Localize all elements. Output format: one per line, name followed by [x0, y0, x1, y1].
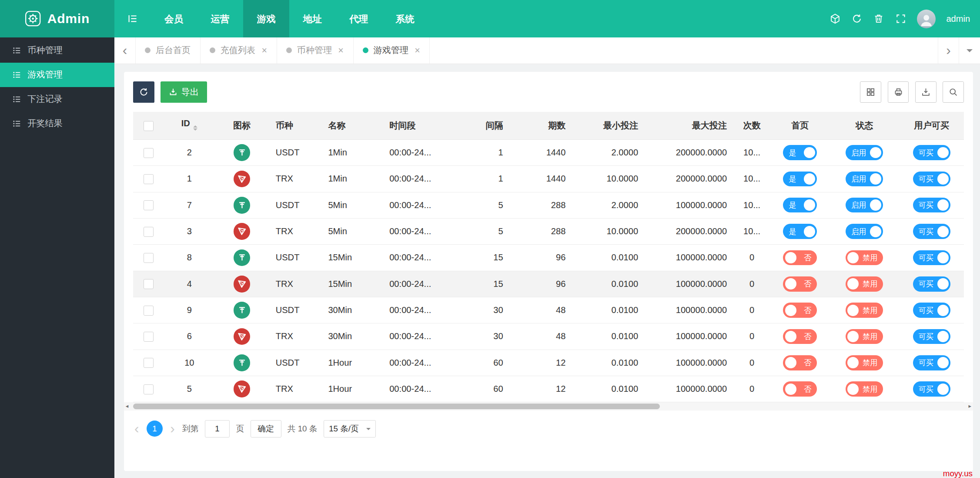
sidebar-item[interactable]: 币种管理 [0, 38, 114, 63]
nav-menu-item[interactable]: 地址 [289, 0, 335, 37]
select-all-header [133, 112, 164, 139]
goto-page-input[interactable] [205, 420, 230, 438]
buyable-toggle[interactable]: 可买 [913, 198, 950, 212]
status-toggle[interactable]: 启用 [846, 145, 883, 160]
export-button[interactable]: 导出 [161, 81, 207, 103]
export-file-button[interactable] [915, 81, 937, 103]
page-size-select[interactable]: 15 条/页 [324, 420, 376, 438]
row-checkbox[interactable] [144, 227, 154, 237]
nav-menu-item[interactable]: 游戏 [243, 0, 289, 37]
search-button[interactable] [943, 81, 964, 103]
refresh-button[interactable] [133, 81, 154, 103]
toggle-knob [937, 278, 949, 289]
sidebar-item-label: 币种管理 [27, 44, 62, 56]
sidebar-item[interactable]: 开奖结果 [0, 111, 114, 136]
user-avatar[interactable] [917, 10, 936, 28]
select-all-checkbox[interactable] [144, 121, 154, 131]
sidebar-item[interactable]: 游戏管理 [0, 63, 114, 87]
buyable-toggle[interactable]: 可买 [913, 303, 950, 317]
nav-menu-item[interactable]: 会员 [151, 0, 197, 37]
row-checkbox[interactable] [144, 253, 154, 263]
header-id[interactable]: ID [164, 112, 214, 139]
tabs-menu-button[interactable] [959, 37, 980, 63]
nav-menu-item[interactable]: 系统 [382, 0, 428, 37]
row-name: 1Hour [322, 376, 383, 402]
nav-menu-item[interactable]: 运营 [197, 0, 243, 37]
nav-menu-item[interactable]: 代理 [336, 0, 382, 37]
tab-close-icon[interactable] [415, 46, 420, 55]
sidebar-item[interactable]: 下注记录 [0, 87, 114, 111]
username-label[interactable]: admin [946, 14, 970, 24]
cube-icon[interactable] [829, 13, 841, 24]
buyable-toggle[interactable]: 可买 [913, 172, 950, 186]
row-checkbox[interactable] [144, 174, 154, 184]
horizontal-scrollbar[interactable] [124, 402, 973, 411]
menu-collapse-icon[interactable] [114, 0, 151, 37]
buyable-toggle[interactable]: 可买 [913, 329, 950, 344]
tab-close-icon[interactable] [261, 46, 267, 55]
filter-columns-button[interactable] [860, 81, 881, 103]
trx-icon [234, 380, 251, 397]
status-toggle[interactable]: 禁用 [846, 329, 883, 344]
trash-icon[interactable] [873, 13, 884, 24]
tab-close-icon[interactable] [338, 46, 344, 55]
row-checkbox[interactable] [144, 332, 154, 342]
scroll-left-arrow-icon[interactable] [126, 404, 129, 409]
refresh-icon[interactable] [851, 13, 863, 24]
buyable-toggle[interactable]: 可买 [913, 250, 950, 265]
status-toggle[interactable]: 启用 [846, 172, 883, 186]
tabs-scroll-right-icon[interactable] [938, 37, 959, 63]
buyable-toggle[interactable]: 可买 [913, 381, 950, 396]
home-toggle[interactable]: 否 [783, 381, 817, 396]
row-checkbox[interactable] [144, 148, 154, 158]
home-toggle[interactable]: 否 [783, 329, 817, 344]
row-status-cell: 启用 [829, 139, 900, 165]
brand-logo[interactable]: Admin [0, 0, 114, 37]
row-home-cell: 是 [771, 166, 829, 192]
buyable-toggle[interactable]: 可买 [913, 276, 950, 291]
row-times: 10... [733, 218, 771, 244]
goto-confirm-button[interactable]: 确定 [251, 420, 281, 438]
print-button[interactable] [888, 81, 909, 103]
row-checkbox[interactable] [144, 306, 154, 316]
scrollbar-thumb[interactable] [133, 404, 660, 409]
status-toggle[interactable]: 启用 [846, 198, 883, 212]
status-toggle[interactable]: 启用 [846, 224, 883, 239]
sort-icon[interactable] [193, 123, 197, 133]
status-toggle[interactable]: 禁用 [846, 303, 883, 317]
next-page-button[interactable] [169, 422, 176, 436]
row-select-cell [133, 271, 164, 297]
row-coin-icon-cell [214, 376, 269, 402]
home-toggle[interactable]: 否 [783, 303, 817, 317]
tab[interactable]: 充值列表 [201, 37, 277, 63]
row-checkbox[interactable] [144, 358, 154, 368]
tab[interactable]: 后台首页 [136, 37, 201, 63]
status-toggle[interactable]: 禁用 [846, 381, 883, 396]
home-toggle[interactable]: 是 [783, 172, 817, 186]
buyable-toggle[interactable]: 可买 [913, 355, 950, 370]
status-toggle[interactable]: 禁用 [846, 276, 883, 291]
row-checkbox[interactable] [144, 384, 154, 394]
row-checkbox[interactable] [144, 200, 154, 210]
row-checkbox[interactable] [144, 279, 154, 289]
fullscreen-icon[interactable] [895, 13, 906, 24]
home-toggle[interactable]: 否 [783, 355, 817, 370]
home-toggle[interactable]: 是 [783, 224, 817, 239]
home-toggle[interactable]: 否 [783, 250, 817, 265]
status-toggle[interactable]: 禁用 [846, 355, 883, 370]
admin-app: Admin 会员 运营 游戏 地址 代理 系统 [0, 0, 980, 478]
tab[interactable]: 币种管理 [277, 37, 354, 63]
current-page-button[interactable]: 1 [147, 421, 163, 437]
buyable-toggle[interactable]: 可买 [913, 224, 950, 239]
status-toggle[interactable]: 禁用 [846, 250, 883, 265]
row-id: 9 [164, 297, 214, 323]
prev-page-button[interactable] [133, 422, 140, 436]
tab[interactable]: 游戏管理 [354, 37, 430, 63]
scroll-right-arrow-icon[interactable] [969, 404, 972, 409]
tabs-scroll-left-icon[interactable] [114, 37, 136, 63]
home-toggle[interactable]: 是 [783, 145, 817, 160]
toggle-knob [937, 147, 949, 158]
home-toggle[interactable]: 是 [783, 198, 817, 212]
buyable-toggle[interactable]: 可买 [913, 145, 950, 160]
home-toggle[interactable]: 否 [783, 276, 817, 291]
